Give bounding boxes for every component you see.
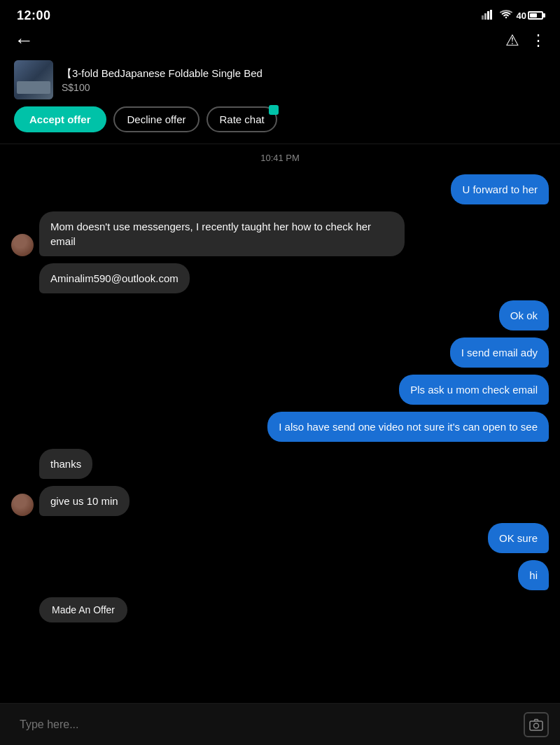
status-bar: 12:00 40: [0, 0, 560, 28]
message-row: Ok ok: [11, 300, 549, 330]
product-header: 【3-fold BedJapanese Foldable Single Bed …: [0, 56, 560, 106]
message-bubble: I also have send one video not sure it's…: [267, 412, 549, 442]
status-icons: 40: [482, 10, 543, 22]
product-title: 【3-fold BedJapanese Foldable Single Bed: [62, 67, 546, 81]
svg-rect-1: [484, 13, 486, 20]
product-thumbnail: [14, 60, 53, 99]
action-buttons: Accept offer Decline offer Rate chat: [0, 106, 560, 144]
message-row: Made An Offer: [11, 597, 549, 622]
message-input[interactable]: [11, 718, 524, 731]
battery-icon: 40: [517, 11, 543, 21]
input-bar: [0, 703, 560, 745]
nav-actions: ⚠ ⋮: [505, 32, 546, 50]
chat-area[interactable]: 10:41 PM U forward to her Mom doesn't us…: [0, 147, 560, 697]
message-bubble: I send email ady: [450, 337, 549, 368]
camera-button[interactable]: [524, 712, 549, 737]
message-row: give us 10 min: [11, 486, 549, 516]
message-bubble: Pls ask u mom check email: [399, 375, 549, 405]
svg-rect-2: [487, 11, 489, 20]
message-bubble: OK sure: [488, 523, 549, 553]
more-icon[interactable]: ⋮: [531, 32, 546, 50]
top-nav: ← ⚠ ⋮: [0, 28, 560, 56]
message-row: thanks: [11, 449, 549, 479]
offer-bubble: Made An Offer: [39, 597, 127, 622]
message-bubble: Aminalim590@outlook.com: [39, 263, 190, 293]
message-bubble: thanks: [39, 449, 92, 479]
message-row: hi: [11, 560, 549, 590]
avatar: [11, 234, 34, 256]
signal-icon: [482, 10, 496, 22]
svg-rect-4: [530, 721, 542, 730]
svg-rect-3: [490, 10, 492, 20]
wifi-icon: [500, 10, 512, 22]
message-row: I send email ady: [11, 337, 549, 368]
message-bubble: give us 10 min: [39, 486, 130, 516]
message-row: OK sure: [11, 523, 549, 553]
message-row: I also have send one video not sure it's…: [11, 412, 549, 442]
product-price: S$100: [62, 82, 546, 93]
message-row: U forward to her: [11, 174, 549, 204]
svg-rect-0: [482, 15, 484, 20]
message-bubble: Mom doesn't use messengers, I recently t…: [39, 211, 405, 256]
message-row: Pls ask u mom check email: [11, 375, 549, 405]
message-bubble: U forward to her: [451, 174, 549, 204]
message-bubble: Ok ok: [499, 300, 549, 330]
message-bubble: hi: [518, 560, 549, 590]
status-time: 12:00: [17, 8, 51, 23]
divider: [0, 144, 560, 144]
timestamp: 10:41 PM: [11, 153, 549, 163]
product-info: 【3-fold BedJapanese Foldable Single Bed …: [62, 67, 546, 93]
svg-point-5: [534, 723, 539, 728]
message-row: Aminalim590@outlook.com: [11, 263, 549, 293]
accept-offer-button[interactable]: Accept offer: [14, 106, 106, 132]
avatar: [11, 494, 34, 516]
message-row: Mom doesn't use messengers, I recently t…: [11, 211, 549, 256]
rate-indicator: [269, 105, 279, 115]
alert-icon[interactable]: ⚠: [505, 32, 519, 50]
back-button[interactable]: ←: [14, 31, 34, 50]
decline-offer-button[interactable]: Decline offer: [113, 106, 200, 132]
rate-chat-button[interactable]: Rate chat: [206, 106, 276, 132]
